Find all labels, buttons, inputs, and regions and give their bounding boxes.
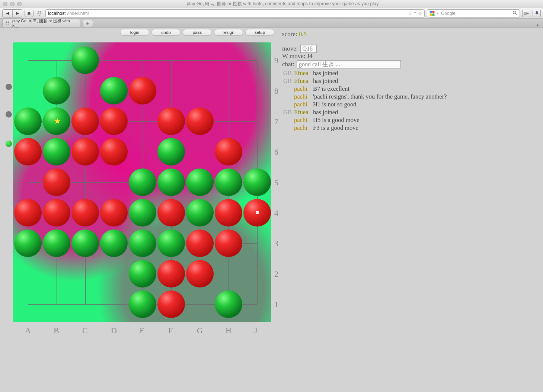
chat-line: pachi'pachi resigns', thank you for the … xyxy=(283,93,447,100)
search-icon[interactable] xyxy=(512,10,517,16)
chevron-down-icon[interactable]: ▾ xyxy=(437,12,439,15)
reload-icon[interactable]: ⟳ xyxy=(418,11,422,16)
chat-input[interactable] xyxy=(297,60,401,68)
svg-point-7 xyxy=(513,11,516,14)
stone-green[interactable] xyxy=(71,46,99,74)
stone-green[interactable] xyxy=(243,168,271,196)
stone-green[interactable] xyxy=(157,229,185,257)
search-bar[interactable]: ▾ Google xyxy=(427,9,520,17)
home-icon xyxy=(26,11,32,16)
stone-red[interactable] xyxy=(100,199,128,226)
last-move-star-icon: ★ xyxy=(54,116,61,126)
stone-red[interactable] xyxy=(186,107,214,135)
stone-green[interactable] xyxy=(100,77,128,105)
stone-red[interactable] xyxy=(215,138,242,166)
stone-red[interactable] xyxy=(215,229,242,257)
resign-button[interactable]: resign xyxy=(214,29,243,36)
move-input[interactable] xyxy=(300,45,317,53)
cat-icon xyxy=(36,10,42,16)
chat-user: pachi xyxy=(294,101,311,108)
chat-label: chat: xyxy=(282,61,294,68)
stone-green[interactable] xyxy=(43,77,70,105)
svg-point-2 xyxy=(40,13,40,14)
svg-rect-4 xyxy=(432,11,435,13)
stone-red[interactable] xyxy=(157,290,185,318)
forward-button[interactable]: ▶ xyxy=(12,10,22,17)
stone-red[interactable] xyxy=(186,229,214,257)
stone-red[interactable] xyxy=(71,199,99,226)
chat-user: Efuea xyxy=(294,77,311,85)
row-label: 2 xyxy=(274,269,278,279)
home-button[interactable] xyxy=(25,10,33,17)
tab-go[interactable]: play Go, 바둑, 囲碁 or 围棋 with h... xyxy=(2,19,80,27)
stone-red[interactable] xyxy=(100,138,128,166)
stone-red[interactable] xyxy=(43,168,70,196)
chat-prefix: GB xyxy=(283,77,292,85)
bookmark-star-icon[interactable]: ☆ xyxy=(408,11,412,16)
stone-green[interactable] xyxy=(215,168,242,196)
col-label: A xyxy=(25,326,31,335)
stone-red[interactable] xyxy=(71,107,99,135)
row-label: 4 xyxy=(274,208,278,218)
extensions-button[interactable] xyxy=(533,10,541,17)
bookmarks-button[interactable]: ▤▾ xyxy=(522,10,530,17)
stone-green[interactable] xyxy=(186,199,214,226)
stone-red[interactable] xyxy=(14,199,42,226)
list-icon: ▤▾ xyxy=(524,11,529,15)
zoom-icon[interactable] xyxy=(17,2,22,6)
stone-green[interactable] xyxy=(215,290,242,318)
dropdown-icon[interactable]: ▾ xyxy=(414,11,416,16)
setup-button[interactable]: setup xyxy=(245,29,274,36)
stone-green[interactable] xyxy=(157,168,185,196)
go-board[interactable]: ★ 987654321ABCDEFGHJ xyxy=(13,42,279,342)
url-path: /index.html xyxy=(67,11,89,16)
chat-text: F3 is a good move xyxy=(313,124,358,132)
stone-green[interactable] xyxy=(14,229,42,257)
col-label: H xyxy=(226,326,231,335)
pass-button[interactable]: pass xyxy=(183,29,212,36)
minimize-icon[interactable] xyxy=(10,2,15,6)
stone-green[interactable] xyxy=(14,107,42,135)
chat-user: Efuea xyxy=(294,70,311,77)
stone-green[interactable] xyxy=(43,229,70,257)
stone-red[interactable] xyxy=(129,77,156,105)
stone-green[interactable] xyxy=(129,260,156,287)
stone-green[interactable] xyxy=(129,229,156,257)
stone-green[interactable] xyxy=(186,168,214,196)
chat-user: pachi xyxy=(294,124,311,132)
wmove-label: W move: J4 xyxy=(282,52,313,60)
undo-button[interactable]: undo xyxy=(151,29,181,36)
stone-red[interactable] xyxy=(186,260,214,287)
stone-red[interactable] xyxy=(215,199,242,226)
new-tab-button[interactable]: + xyxy=(83,20,93,27)
close-icon[interactable] xyxy=(3,2,7,6)
stone-green[interactable] xyxy=(129,290,156,318)
chat-line: GBEfueahas joined xyxy=(283,69,447,77)
url-bar[interactable]: localhost/index.html ☆ ▾ ⟳ xyxy=(45,9,425,17)
stone-red[interactable] xyxy=(157,199,185,226)
url-host: localhost xyxy=(48,11,66,16)
login-button[interactable]: login xyxy=(120,29,149,36)
stone-green[interactable] xyxy=(129,168,156,196)
svg-rect-6 xyxy=(432,13,435,16)
move-row: move: xyxy=(282,45,317,53)
stone-green[interactable] xyxy=(100,229,128,257)
stone-green[interactable] xyxy=(43,138,70,166)
move-label: move: xyxy=(282,45,298,52)
stone-red[interactable] xyxy=(71,138,99,166)
back-button[interactable]: ◀ xyxy=(3,10,12,17)
stone-green[interactable] xyxy=(157,138,185,166)
chat-row: chat: xyxy=(282,60,401,68)
stone-red[interactable] xyxy=(43,199,70,226)
stone-green[interactable] xyxy=(129,199,156,226)
stone-red[interactable] xyxy=(157,260,185,287)
svg-point-0 xyxy=(38,12,41,15)
puzzle-icon xyxy=(534,11,539,16)
tab-overflow-icon[interactable]: ▾ xyxy=(534,23,541,27)
page-content: login undo pass resign setup score: 0.5 … xyxy=(0,28,543,392)
stone-red[interactable] xyxy=(157,107,185,135)
stone-red[interactable] xyxy=(100,107,128,135)
stone-green[interactable] xyxy=(71,229,99,257)
chat-text: 'pachi resigns', thank you for the game,… xyxy=(313,93,447,100)
stone-red[interactable] xyxy=(14,138,42,166)
